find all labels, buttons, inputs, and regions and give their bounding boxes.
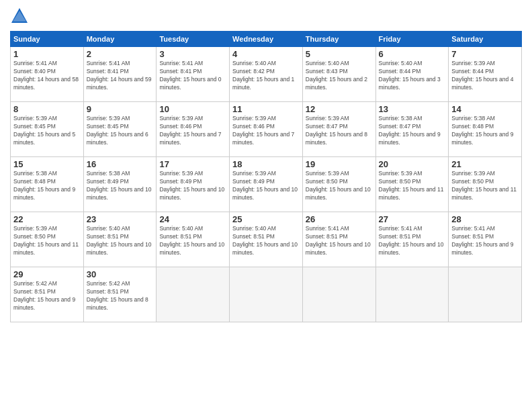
day-number: 15 — [13, 159, 81, 169]
sunset-label: Sunset: 8:44 PM — [451, 68, 494, 75]
daylight-label: Daylight: 15 hours and 9 minutes. — [379, 131, 441, 146]
calendar-day-cell: 25 Sunrise: 5:40 AM Sunset: 8:51 PM Dayl… — [230, 212, 303, 267]
calendar-day-cell: 15 Sunrise: 5:38 AM Sunset: 8:48 PM Dayl… — [11, 157, 84, 212]
sunrise-label: Sunrise: 5:39 AM — [13, 115, 57, 122]
daylight-label: Daylight: 15 hours and 8 minutes. — [306, 131, 367, 146]
day-number: 27 — [379, 214, 446, 224]
sunset-label: Sunset: 8:41 PM — [159, 68, 202, 75]
day-number: 11 — [232, 104, 300, 114]
day-info: Sunrise: 5:41 AM Sunset: 8:40 PM Dayligh… — [13, 60, 81, 92]
calendar-day-cell — [157, 267, 230, 322]
calendar-day-cell: 8 Sunrise: 5:39 AM Sunset: 8:45 PM Dayli… — [11, 102, 84, 157]
day-info: Sunrise: 5:41 AM Sunset: 8:51 PM Dayligh… — [379, 225, 446, 257]
sunrise-label: Sunrise: 5:40 AM — [87, 225, 130, 232]
day-number: 18 — [232, 159, 300, 169]
calendar-week-row: 8 Sunrise: 5:39 AM Sunset: 8:45 PM Dayli… — [11, 102, 522, 157]
day-info: Sunrise: 5:39 AM Sunset: 8:50 PM Dayligh… — [306, 170, 373, 202]
sunset-label: Sunset: 8:42 PM — [232, 68, 275, 75]
sunrise-label: Sunrise: 5:39 AM — [159, 170, 203, 177]
logo-icon — [10, 7, 29, 26]
calendar-day-cell: 2 Sunrise: 5:41 AM Sunset: 8:41 PM Dayli… — [83, 47, 157, 102]
daylight-label: Daylight: 15 hours and 11 minutes. — [379, 186, 444, 201]
sunrise-label: Sunrise: 5:38 AM — [13, 170, 57, 177]
day-info: Sunrise: 5:38 AM Sunset: 8:47 PM Dayligh… — [379, 115, 446, 147]
calendar-day-cell: 24 Sunrise: 5:40 AM Sunset: 8:51 PM Dayl… — [157, 212, 230, 267]
day-number: 6 — [379, 49, 446, 59]
day-info: Sunrise: 5:39 AM Sunset: 8:50 PM Dayligh… — [379, 170, 446, 202]
sunrise-label: Sunrise: 5:41 AM — [13, 60, 57, 66]
calendar-day-cell — [302, 267, 375, 322]
sunset-label: Sunset: 8:50 PM — [306, 178, 348, 185]
calendar-day-cell: 11 Sunrise: 5:39 AM Sunset: 8:46 PM Dayl… — [230, 102, 303, 157]
header-tuesday: Tuesday — [157, 32, 230, 47]
logo — [10, 7, 31, 26]
daylight-label: Daylight: 15 hours and 10 minutes. — [159, 186, 224, 201]
daylight-label: Daylight: 15 hours and 10 minutes. — [306, 241, 371, 256]
day-number: 14 — [451, 104, 519, 114]
day-info: Sunrise: 5:42 AM Sunset: 8:51 PM Dayligh… — [13, 280, 81, 312]
daylight-label: Daylight: 15 hours and 10 minutes. — [159, 241, 224, 256]
sunrise-label: Sunrise: 5:39 AM — [13, 225, 57, 232]
day-info: Sunrise: 5:40 AM Sunset: 8:51 PM Dayligh… — [159, 225, 226, 257]
calendar-day-cell: 29 Sunrise: 5:42 AM Sunset: 8:51 PM Dayl… — [11, 267, 84, 322]
day-number: 25 — [232, 214, 300, 224]
day-number: 10 — [159, 104, 226, 114]
sunset-label: Sunset: 8:51 PM — [13, 288, 56, 295]
calendar-day-cell: 13 Sunrise: 5:38 AM Sunset: 8:47 PM Dayl… — [375, 102, 449, 157]
calendar-day-cell: 21 Sunrise: 5:39 AM Sunset: 8:50 PM Dayl… — [449, 157, 522, 212]
daylight-label: Daylight: 15 hours and 10 minutes. — [232, 241, 298, 256]
daylight-label: Daylight: 15 hours and 11 minutes. — [13, 241, 79, 256]
sunset-label: Sunset: 8:51 PM — [306, 233, 348, 240]
sunset-label: Sunset: 8:44 PM — [379, 68, 421, 75]
daylight-label: Daylight: 15 hours and 1 minute. — [232, 76, 294, 91]
calendar-week-row: 15 Sunrise: 5:38 AM Sunset: 8:48 PM Dayl… — [11, 157, 522, 212]
sunset-label: Sunset: 8:46 PM — [232, 123, 275, 130]
sunrise-label: Sunrise: 5:41 AM — [159, 60, 203, 66]
header-friday: Friday — [375, 32, 449, 47]
sunrise-label: Sunrise: 5:41 AM — [379, 225, 423, 232]
sunrise-label: Sunrise: 5:39 AM — [379, 170, 423, 177]
sunset-label: Sunset: 8:50 PM — [379, 178, 421, 185]
calendar-day-cell: 3 Sunrise: 5:41 AM Sunset: 8:41 PM Dayli… — [157, 47, 230, 102]
sunrise-label: Sunrise: 5:41 AM — [306, 225, 349, 232]
day-info: Sunrise: 5:38 AM Sunset: 8:48 PM Dayligh… — [451, 115, 519, 147]
calendar-day-cell: 10 Sunrise: 5:39 AM Sunset: 8:46 PM Dayl… — [157, 102, 230, 157]
daylight-label: Daylight: 15 hours and 5 minutes. — [13, 131, 75, 146]
day-info: Sunrise: 5:39 AM Sunset: 8:50 PM Dayligh… — [451, 170, 519, 202]
header-saturday: Saturday — [449, 32, 522, 47]
calendar-week-row: 22 Sunrise: 5:39 AM Sunset: 8:50 PM Dayl… — [11, 212, 522, 267]
day-number: 21 — [451, 159, 519, 169]
sunset-label: Sunset: 8:47 PM — [306, 123, 348, 130]
day-number: 30 — [87, 269, 154, 279]
daylight-label: Daylight: 15 hours and 8 minutes. — [87, 296, 148, 311]
calendar-day-cell: 20 Sunrise: 5:39 AM Sunset: 8:50 PM Dayl… — [375, 157, 449, 212]
day-info: Sunrise: 5:40 AM Sunset: 8:42 PM Dayligh… — [232, 60, 300, 92]
day-info: Sunrise: 5:40 AM Sunset: 8:44 PM Dayligh… — [379, 60, 446, 92]
calendar: Sunday Monday Tuesday Wednesday Thursday… — [10, 31, 522, 322]
sunset-label: Sunset: 8:41 PM — [87, 68, 129, 75]
sunset-label: Sunset: 8:51 PM — [87, 288, 129, 295]
sunset-label: Sunset: 8:49 PM — [232, 178, 275, 185]
sunrise-label: Sunrise: 5:39 AM — [232, 170, 276, 177]
sunset-label: Sunset: 8:51 PM — [159, 233, 202, 240]
daylight-label: Daylight: 15 hours and 9 minutes. — [451, 131, 513, 146]
day-info: Sunrise: 5:40 AM Sunset: 8:51 PM Dayligh… — [232, 225, 300, 257]
calendar-day-cell: 26 Sunrise: 5:41 AM Sunset: 8:51 PM Dayl… — [302, 212, 375, 267]
daylight-label: Daylight: 15 hours and 10 minutes. — [379, 241, 444, 256]
calendar-day-cell: 7 Sunrise: 5:39 AM Sunset: 8:44 PM Dayli… — [449, 47, 522, 102]
calendar-day-cell: 22 Sunrise: 5:39 AM Sunset: 8:50 PM Dayl… — [11, 212, 84, 267]
calendar-day-cell: 16 Sunrise: 5:38 AM Sunset: 8:49 PM Dayl… — [83, 157, 157, 212]
daylight-label: Daylight: 15 hours and 10 minutes. — [232, 186, 298, 201]
day-info: Sunrise: 5:41 AM Sunset: 8:51 PM Dayligh… — [451, 225, 519, 257]
day-number: 5 — [306, 49, 373, 59]
calendar-day-cell: 30 Sunrise: 5:42 AM Sunset: 8:51 PM Dayl… — [83, 267, 157, 322]
day-number: 29 — [13, 269, 81, 279]
day-number: 26 — [306, 214, 373, 224]
calendar-day-cell: 6 Sunrise: 5:40 AM Sunset: 8:44 PM Dayli… — [375, 47, 449, 102]
day-number: 1 — [13, 49, 81, 59]
calendar-week-row: 29 Sunrise: 5:42 AM Sunset: 8:51 PM Dayl… — [11, 267, 522, 322]
day-info: Sunrise: 5:39 AM Sunset: 8:49 PM Dayligh… — [232, 170, 300, 202]
daylight-label: Daylight: 15 hours and 7 minutes. — [159, 131, 221, 146]
day-number: 24 — [159, 214, 226, 224]
sunrise-label: Sunrise: 5:39 AM — [232, 115, 276, 122]
